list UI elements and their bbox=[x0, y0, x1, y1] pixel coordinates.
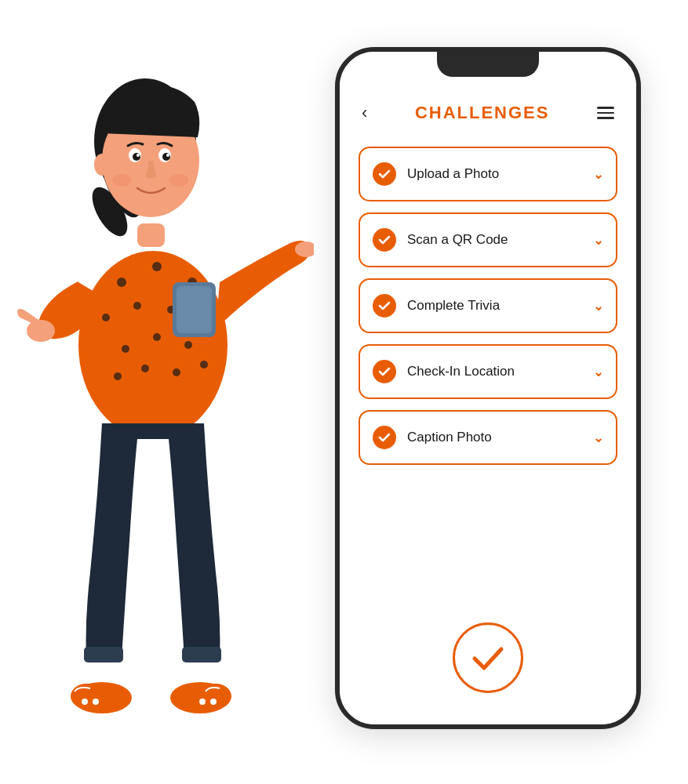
svg-point-40 bbox=[112, 174, 131, 187]
hamburger-menu[interactable] bbox=[597, 107, 614, 119]
svg-point-16 bbox=[184, 341, 192, 349]
svg-point-4 bbox=[78, 251, 228, 439]
challenge-left-caption-photo: Caption Photo bbox=[373, 426, 492, 449]
challenge-item-caption-photo[interactable]: Caption Photo ⌄ bbox=[359, 410, 617, 465]
challenge-label-scan-qr: Scan a QR Code bbox=[407, 232, 508, 248]
phone-screen: ‹ CHALLENGES Upload a Photo ⌄ bbox=[340, 52, 636, 724]
hamburger-line-1 bbox=[597, 107, 614, 109]
svg-point-30 bbox=[199, 699, 206, 705]
hamburger-line-2 bbox=[597, 112, 614, 114]
challenge-left-complete-trivia: Complete Trivia bbox=[373, 294, 500, 318]
svg-point-20 bbox=[173, 368, 180, 376]
challenge-left-upload-photo: Upload a Photo bbox=[373, 162, 499, 186]
challenge-item-complete-trivia[interactable]: Complete Trivia ⌄ bbox=[359, 278, 617, 333]
challenge-left-check-in: Check-In Location bbox=[373, 360, 515, 383]
svg-point-14 bbox=[122, 345, 129, 353]
svg-point-15 bbox=[153, 333, 161, 341]
svg-point-33 bbox=[94, 154, 110, 176]
hamburger-line-3 bbox=[597, 117, 614, 119]
svg-point-31 bbox=[210, 699, 217, 705]
svg-point-7 bbox=[117, 278, 126, 287]
challenge-item-scan-qr[interactable]: Scan a QR Code ⌄ bbox=[359, 212, 617, 267]
svg-point-35 bbox=[133, 153, 140, 161]
svg-rect-43 bbox=[177, 286, 212, 333]
svg-point-27 bbox=[93, 699, 99, 705]
phone-notch bbox=[437, 52, 539, 77]
chevron-scan-qr: ⌄ bbox=[593, 233, 603, 248]
page-title: CHALLENGES bbox=[415, 103, 550, 123]
svg-point-36 bbox=[137, 154, 140, 157]
svg-rect-22 bbox=[84, 647, 123, 662]
chevron-check-in: ⌄ bbox=[593, 365, 603, 379]
check-circle-caption-photo bbox=[373, 426, 396, 449]
back-button[interactable]: ‹ bbox=[362, 103, 367, 123]
challenge-label-upload-photo: Upload a Photo bbox=[407, 166, 499, 182]
phone-header: ‹ CHALLENGES bbox=[359, 95, 617, 139]
chevron-upload-photo: ⌄ bbox=[593, 167, 603, 182]
svg-point-39 bbox=[166, 154, 169, 157]
svg-point-21 bbox=[200, 361, 208, 368]
chevron-caption-photo: ⌄ bbox=[593, 430, 603, 445]
challenge-label-caption-photo: Caption Photo bbox=[407, 430, 492, 445]
svg-rect-3 bbox=[137, 223, 165, 247]
character-illustration bbox=[0, 39, 314, 784]
completion-indicator bbox=[359, 607, 617, 701]
challenge-label-check-in: Check-In Location bbox=[407, 364, 515, 379]
challenge-label-complete-trivia: Complete Trivia bbox=[407, 298, 500, 314]
check-circle-complete-trivia bbox=[373, 294, 396, 318]
svg-rect-23 bbox=[182, 647, 221, 662]
challenge-left-scan-qr: Scan a QR Code bbox=[373, 228, 508, 252]
svg-point-19 bbox=[141, 365, 149, 372]
complete-checkmark bbox=[453, 622, 523, 693]
challenge-item-upload-photo[interactable]: Upload a Photo ⌄ bbox=[359, 147, 617, 201]
chevron-complete-trivia: ⌄ bbox=[593, 299, 603, 314]
svg-point-26 bbox=[82, 699, 88, 705]
svg-point-41 bbox=[169, 174, 188, 187]
svg-point-38 bbox=[162, 153, 170, 161]
svg-point-18 bbox=[114, 372, 122, 380]
phone-frame: ‹ CHALLENGES Upload a Photo ⌄ bbox=[335, 47, 641, 729]
svg-point-11 bbox=[133, 302, 141, 310]
check-circle-check-in bbox=[373, 360, 396, 383]
check-circle-upload-photo bbox=[373, 162, 396, 186]
svg-point-8 bbox=[152, 262, 162, 271]
check-circle-scan-qr bbox=[373, 228, 396, 252]
scene: ‹ CHALLENGES Upload a Photo ⌄ bbox=[0, 0, 688, 784]
challenge-item-check-in[interactable]: Check-In Location ⌄ bbox=[359, 344, 617, 399]
svg-point-10 bbox=[102, 314, 110, 321]
challenges-list: Upload a Photo ⌄ Scan a QR Code ⌄ bbox=[359, 139, 617, 607]
